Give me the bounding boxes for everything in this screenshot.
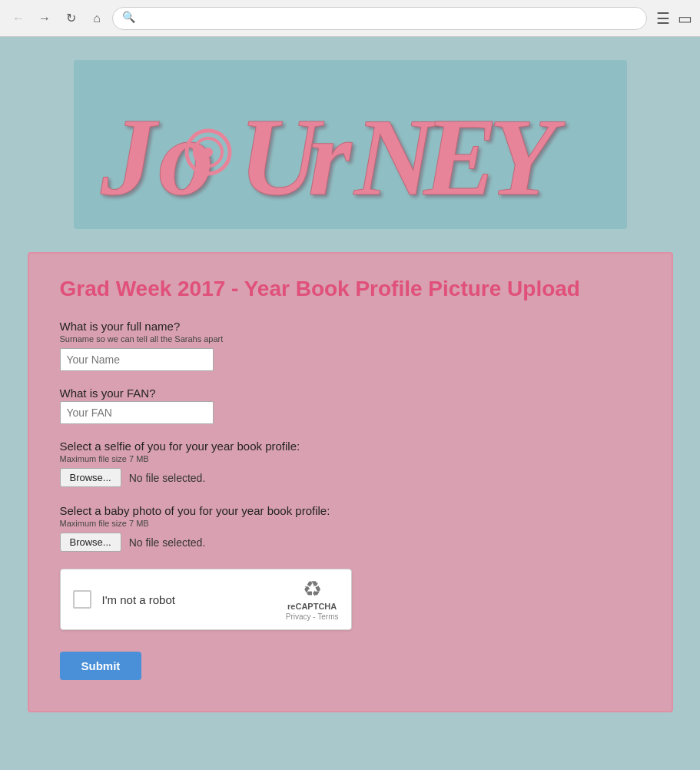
baby-photo-label: Select a baby photo of you for your year… xyxy=(60,504,641,517)
full-name-group: What is your full name? Surname so we ca… xyxy=(60,320,641,371)
address-bar[interactable]: 🔍 xyxy=(112,7,647,30)
forward-button[interactable]: → xyxy=(34,8,55,29)
back-button[interactable]: ← xyxy=(8,8,29,29)
full-name-input[interactable] xyxy=(60,348,214,371)
baby-photo-browse-button[interactable]: Browse... xyxy=(60,533,121,552)
svg-point-4 xyxy=(204,148,213,157)
search-icon: 🔍 xyxy=(122,11,137,26)
svg-text:J: J xyxy=(100,95,160,214)
fan-label: What is your FAN? xyxy=(60,387,641,400)
logo-banner: .logo-letter { fill: #e8849a; stroke: #c… xyxy=(74,60,627,229)
recaptcha-links: Privacy - Terms xyxy=(286,612,339,621)
svg-text:r: r xyxy=(308,95,353,214)
toolbar-icons: ☰ ▭ xyxy=(656,9,692,28)
form-container: Grad Week 2017 - Year Book Profile Pictu… xyxy=(28,252,673,712)
full-name-hint: Surname so we can tell all the Sarahs ap… xyxy=(60,334,641,344)
logo-wrapper: .logo-letter { fill: #e8849a; stroke: #c… xyxy=(89,75,612,214)
selfie-hint: Maximum file size 7 MB xyxy=(60,454,641,463)
recaptcha-checkbox[interactable] xyxy=(73,590,91,609)
selfie-file-row: Browse... No file selected. xyxy=(60,468,641,487)
full-name-label: What is your full name? xyxy=(60,320,641,333)
home-button[interactable]: ⌂ xyxy=(86,8,108,29)
baby-photo-file-row: Browse... No file selected. xyxy=(60,533,641,552)
fan-group: What is your FAN? xyxy=(60,387,641,424)
journey-logo-svg: .logo-letter { fill: #e8849a; stroke: #c… xyxy=(89,75,612,214)
selfie-browse-button[interactable]: Browse... xyxy=(60,468,121,487)
sidebar-icon[interactable]: ▭ xyxy=(678,9,692,28)
selfie-label: Select a selfie of you for your year boo… xyxy=(60,440,641,453)
recaptcha-logo: ♻ reCAPTCHA Privacy - Terms xyxy=(286,579,339,621)
selfie-group: Select a selfie of you for your year boo… xyxy=(60,440,641,487)
page-content: .logo-letter { fill: #e8849a; stroke: #c… xyxy=(0,37,700,770)
library-icon[interactable]: ☰ xyxy=(656,9,670,28)
svg-text:Y: Y xyxy=(489,95,566,214)
recaptcha-widget: I'm not a robot ♻ reCAPTCHA Privacy - Te… xyxy=(60,569,352,630)
svg-text:E: E xyxy=(422,95,498,214)
baby-photo-hint: Maximum file size 7 MB xyxy=(60,519,641,528)
browser-toolbar: ← → ↻ ⌂ 🔍 ☰ ▭ xyxy=(0,0,700,37)
submit-button[interactable]: Submit xyxy=(60,652,142,680)
recaptcha-brand: reCAPTCHA xyxy=(287,602,337,611)
recaptcha-label: I'm not a robot xyxy=(102,593,275,606)
reload-button[interactable]: ↻ xyxy=(60,8,81,29)
selfie-no-file: No file selected. xyxy=(129,472,206,484)
recaptcha-icon: ♻ xyxy=(303,579,322,600)
form-title: Grad Week 2017 - Year Book Profile Pictu… xyxy=(60,277,641,301)
fan-input[interactable] xyxy=(60,401,214,424)
baby-photo-no-file: No file selected. xyxy=(129,536,206,549)
url-input[interactable] xyxy=(141,12,637,24)
baby-photo-group: Select a baby photo of you for your year… xyxy=(60,504,641,552)
